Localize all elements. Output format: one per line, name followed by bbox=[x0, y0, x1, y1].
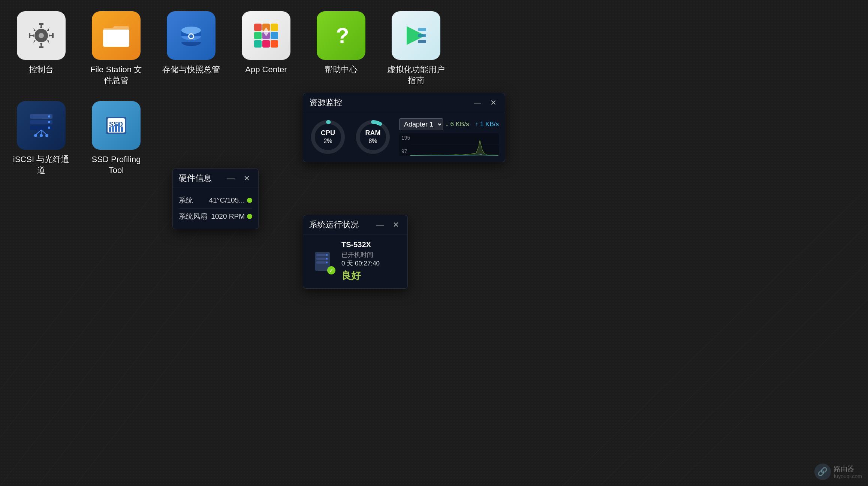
resource-monitor-controls: — ✕ bbox=[471, 97, 499, 108]
hw-system-status-dot bbox=[247, 198, 252, 203]
cpu-label: CPU 2% bbox=[321, 129, 335, 145]
control-icon-bg bbox=[17, 11, 66, 60]
resource-monitor-title: 资源监控 bbox=[309, 97, 342, 108]
filestation-label: File Station 文件总管 bbox=[86, 64, 146, 86]
icon-filestation[interactable]: File Station 文件总管 bbox=[86, 11, 146, 86]
svg-point-39 bbox=[48, 121, 50, 123]
icon-iscsi[interactable]: iSCSI 与光纤通道 bbox=[11, 101, 71, 176]
watermark: 🔗 路由器 fuyouqi.com bbox=[814, 464, 862, 480]
icon-storage[interactable]: 存储与快照总管 bbox=[161, 11, 221, 75]
watermark-icon: 🔗 bbox=[814, 464, 831, 480]
ssd-label: SSD Profiling Tool bbox=[86, 154, 146, 176]
svg-rect-23 bbox=[271, 24, 278, 31]
svg-rect-54 bbox=[121, 127, 123, 132]
watermark-text: 路由器 fuyouqi.com bbox=[834, 464, 862, 479]
hw-fan-status-dot bbox=[247, 214, 252, 219]
help-icon-bg: ? bbox=[317, 11, 365, 60]
icon-virtual[interactable]: 虚拟化功能用户指南 bbox=[386, 11, 446, 86]
svg-text:?: ? bbox=[336, 24, 349, 48]
upload-speed: ↑ 1 KB/s bbox=[475, 121, 499, 128]
svg-point-46 bbox=[45, 134, 48, 137]
chart-canvas bbox=[410, 133, 499, 156]
system-status-widget: 系统运行状况 — ✕ bbox=[303, 215, 408, 289]
icon-control[interactable]: 控制台 bbox=[11, 11, 71, 75]
desktop-icons-row1: 控制台 File Station 文件总管 bbox=[11, 11, 446, 86]
appcenter-grid-icon bbox=[253, 22, 280, 49]
network-panel: Adapter 1 ↓ 6 KB/s ↑ 1 KB/s bbox=[399, 118, 499, 156]
svg-point-18 bbox=[181, 27, 201, 34]
svg-rect-34 bbox=[418, 40, 426, 43]
appcenter-label: App Center bbox=[245, 64, 287, 75]
svg-point-45 bbox=[40, 134, 43, 137]
system-status-close-btn[interactable]: ✕ bbox=[391, 219, 401, 230]
svg-rect-26 bbox=[271, 32, 278, 39]
cpu-gauge-container: CPU 2% bbox=[309, 118, 347, 156]
svg-rect-53 bbox=[118, 123, 120, 132]
svg-rect-29 bbox=[271, 40, 278, 48]
svg-rect-50 bbox=[109, 127, 111, 132]
virtualization-icon bbox=[403, 22, 429, 49]
adapter-select[interactable]: Adapter 1 bbox=[399, 118, 443, 130]
svg-rect-33 bbox=[418, 34, 426, 37]
network-header: Adapter 1 ↓ 6 KB/s ↑ 1 KB/s bbox=[399, 118, 499, 130]
system-status-controls: — ✕ bbox=[374, 219, 401, 230]
svg-rect-28 bbox=[262, 40, 270, 48]
icon-ssd[interactable]: SSD SSD Profiling Tool bbox=[86, 101, 146, 176]
hw-system-value: 41°C/105... bbox=[209, 196, 252, 204]
svg-point-66 bbox=[326, 258, 328, 259]
download-speed: ↓ 6 KB/s bbox=[445, 121, 469, 128]
system-check-icon: ✓ bbox=[327, 266, 335, 274]
resource-monitor-minimize-btn[interactable]: — bbox=[471, 98, 483, 108]
system-model: TS-532X bbox=[341, 240, 401, 249]
hw-system-label: 系统 bbox=[179, 195, 193, 205]
system-icon-wrap: ✓ bbox=[309, 248, 335, 274]
filestation-icon-bg bbox=[92, 11, 141, 60]
system-status-body: ✓ TS-532X 已开机时间 0 天 00:27:40 良好 bbox=[303, 234, 407, 288]
network-stats: ↓ 6 KB/s ↑ 1 KB/s bbox=[445, 121, 499, 128]
ssd-drive-icon: SSD bbox=[103, 112, 129, 139]
desktop-icons-row2: iSCSI 与光纤通道 SSD SSD Profiling Tool bbox=[11, 101, 146, 176]
icon-help[interactable]: ? 帮助中心 bbox=[311, 11, 371, 75]
hardware-info-header: 硬件信息 — ✕ bbox=[173, 169, 258, 188]
hardware-info-minimize-btn[interactable]: — bbox=[225, 173, 237, 183]
svg-line-41 bbox=[36, 130, 41, 135]
upload-arrow-icon: ↑ bbox=[475, 121, 479, 128]
svg-point-13 bbox=[39, 33, 44, 38]
help-label: 帮助中心 bbox=[325, 64, 358, 75]
svg-rect-51 bbox=[112, 126, 114, 132]
iscsi-label: iSCSI 与光纤通道 bbox=[11, 154, 71, 176]
system-info: TS-532X 已开机时间 0 天 00:27:40 良好 bbox=[341, 240, 401, 282]
svg-rect-52 bbox=[115, 124, 117, 132]
cpu-donut: CPU 2% bbox=[309, 118, 347, 156]
desktop: 控制台 File Station 文件总管 bbox=[0, 0, 868, 486]
hw-fan-value: 1020 RPM bbox=[211, 212, 252, 221]
system-status-header: 系统运行状况 — ✕ bbox=[303, 215, 407, 234]
svg-point-44 bbox=[34, 134, 37, 137]
svg-marker-60 bbox=[410, 140, 499, 156]
svg-line-43 bbox=[41, 130, 47, 135]
virtual-label: 虚拟化功能用户指南 bbox=[386, 64, 446, 86]
svg-rect-21 bbox=[254, 24, 262, 31]
ram-gauge-container: RAM 8% bbox=[354, 118, 392, 156]
system-good-status: 良好 bbox=[341, 269, 401, 282]
resource-monitor-header: 资源监控 — ✕ bbox=[303, 93, 505, 112]
hardware-info-widget: 硬件信息 — ✕ 系统 41°C/105... 系统风扇 1020 RPM bbox=[172, 168, 259, 229]
watermark-brand: 路由器 bbox=[834, 464, 862, 473]
svg-rect-32 bbox=[418, 28, 426, 31]
hardware-info-body: 系统 41°C/105... 系统风扇 1020 RPM bbox=[173, 188, 258, 229]
hardware-info-close-btn[interactable]: ✕ bbox=[241, 173, 252, 183]
icon-appcenter[interactable]: App Center bbox=[236, 11, 296, 75]
system-status-minimize-btn[interactable]: — bbox=[374, 220, 386, 230]
svg-point-38 bbox=[48, 115, 50, 118]
system-uptime-value: 0 天 00:27:40 bbox=[341, 259, 401, 268]
resource-monitor-close-btn[interactable]: ✕ bbox=[488, 97, 499, 108]
ram-donut: RAM 8% bbox=[354, 118, 392, 156]
hardware-info-controls: — ✕ bbox=[225, 173, 252, 183]
storage-icon bbox=[178, 23, 204, 48]
gear-icon bbox=[28, 22, 54, 49]
hw-fan-rpm: 1020 RPM bbox=[211, 212, 245, 221]
resource-monitor-widget: 资源监控 — ✕ CPU 2% bbox=[303, 93, 505, 162]
svg-rect-24 bbox=[254, 32, 262, 39]
hardware-info-title: 硬件信息 bbox=[179, 173, 212, 184]
storage-icon-bg bbox=[167, 11, 216, 60]
